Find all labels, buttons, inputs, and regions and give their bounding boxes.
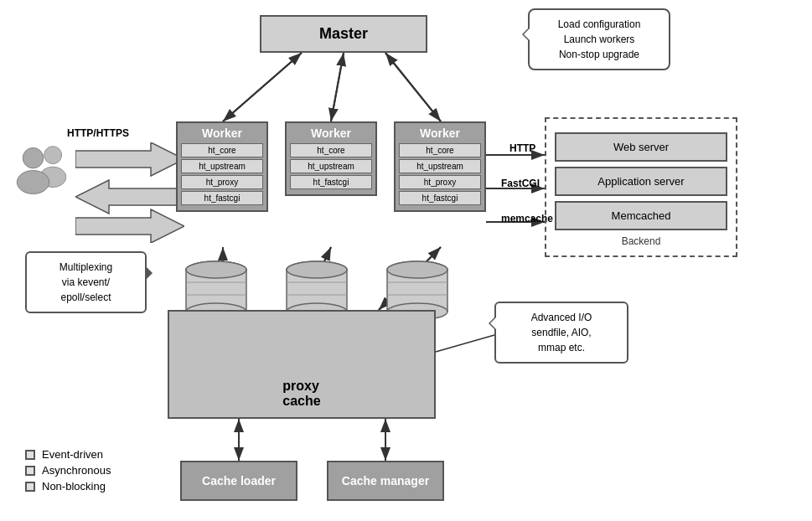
worker1-module-2: ht_upstream	[181, 159, 263, 173]
svg-point-45	[387, 261, 447, 278]
worker-2: Worker ht_core ht_upstream ht_fastcgi	[285, 121, 377, 196]
svg-marker-25	[75, 209, 184, 243]
worker3-module-3: ht_proxy	[399, 175, 481, 189]
backend-title: Backend	[555, 235, 727, 247]
svg-line-8	[385, 53, 441, 121]
master-bubble-text: Load configurationLaunch workersNon-stop…	[558, 18, 641, 60]
memcached-box: Memcached	[555, 201, 727, 230]
web-server-box: Web server	[555, 132, 727, 162]
cache-loader-label: Cache loader	[202, 474, 276, 487]
worker3-module-4: ht_fastcgi	[399, 191, 481, 205]
legend-item-3: Non-blocking	[25, 480, 111, 493]
traffic-arrows-svg	[75, 142, 184, 243]
master-box: Master	[260, 15, 427, 53]
legend-item-2: Asynchronous	[25, 464, 111, 477]
master-label: Master	[319, 25, 368, 43]
svg-marker-23	[75, 142, 184, 176]
cache-manager-box: Cache manager	[327, 461, 444, 501]
legend-item-1: Event-driven	[25, 448, 111, 461]
svg-point-39	[287, 261, 347, 278]
worker1-title: Worker	[181, 126, 263, 140]
worker2-module-1: ht_core	[290, 143, 372, 157]
legend: Event-driven Asynchronous Non-blocking	[25, 445, 111, 496]
svg-point-29	[17, 171, 49, 194]
multiplex-text: Multiplexingvia kevent/epoll/select	[59, 261, 112, 303]
cache-manager-label: Cache manager	[342, 474, 429, 487]
proxy-cache-box: proxycache	[168, 310, 436, 419]
svg-line-6	[331, 53, 344, 121]
worker3-title: Worker	[399, 126, 481, 140]
application-server-box: Application server	[555, 167, 727, 196]
http-https-label: HTTP/HTTPS	[67, 127, 129, 139]
legend-label-2: Asynchronous	[42, 464, 111, 477]
worker3-module-1: ht_core	[399, 143, 481, 157]
master-bubble: Load configurationLaunch workersNon-stop…	[528, 8, 670, 70]
legend-square-1	[25, 450, 35, 460]
backend-container: Web server Application server Memcached …	[545, 117, 737, 257]
worker-3: Worker ht_core ht_upstream ht_proxy ht_f…	[394, 121, 486, 212]
svg-line-22	[436, 335, 494, 352]
legend-square-3	[25, 482, 35, 492]
svg-line-4	[223, 53, 302, 121]
multiplex-bubble: Multiplexingvia kevent/epoll/select	[25, 251, 147, 313]
legend-square-2	[25, 466, 35, 476]
proxy-cache-label: proxycache	[282, 379, 320, 409]
advanced-io-text: Advanced I/Osendfile, AIO,mmap etc.	[531, 312, 592, 353]
cache-loader-box: Cache loader	[180, 461, 297, 501]
proto-http-label: HTTP	[509, 142, 535, 154]
users-icon	[13, 138, 71, 197]
worker2-module-2: ht_upstream	[290, 159, 372, 173]
worker1-module-4: ht_fastcgi	[181, 191, 263, 205]
worker1-module-1: ht_core	[181, 143, 263, 157]
svg-point-28	[23, 147, 44, 168]
legend-label-3: Non-blocking	[42, 480, 106, 493]
proto-fastcgi-label: FastCGI	[501, 178, 540, 189]
worker3-module-2: ht_upstream	[399, 159, 481, 173]
diagram-container: HTTP/HTTPS Master Load configurationLaun…	[0, 0, 812, 521]
worker2-title: Worker	[290, 126, 372, 140]
svg-marker-24	[75, 180, 184, 214]
svg-line-5	[331, 53, 344, 121]
advanced-io-bubble: Advanced I/Osendfile, AIO,mmap etc.	[494, 302, 628, 364]
worker-1: Worker ht_core ht_upstream ht_proxy ht_f…	[176, 121, 268, 212]
svg-point-33	[186, 261, 246, 278]
svg-line-7	[385, 53, 441, 121]
worker1-module-3: ht_proxy	[181, 175, 263, 189]
legend-label-1: Event-driven	[42, 448, 103, 461]
worker2-module-3: ht_fastcgi	[290, 175, 372, 189]
svg-point-26	[44, 147, 62, 164]
svg-line-3	[223, 53, 302, 121]
